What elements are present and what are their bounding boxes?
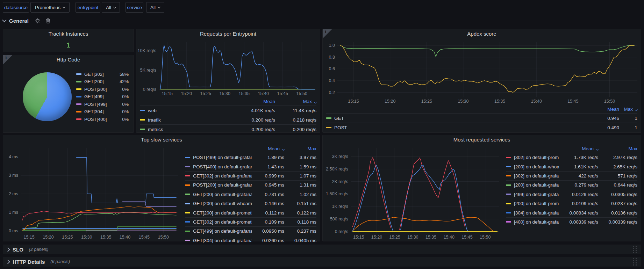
series-label[interactable]: GET[304] on default-grafana	[193, 238, 252, 243]
legend-max-header[interactable]: Max	[275, 99, 316, 104]
legend-row[interactable]: POST[200]0%	[76, 85, 129, 93]
legend-row[interactable]: GET[200]42%	[76, 78, 129, 86]
datasource-label[interactable]: datasource	[3, 2, 29, 13]
series-label[interactable]: POST[499] on default-grafana	[193, 155, 252, 160]
legend-mean-header[interactable]: Mean	[590, 107, 619, 112]
legend-row[interactable]: GET[200] on default-prometheus0.112 ms0.…	[185, 208, 316, 217]
legend-row[interactable]: [200] on default-grafana0.279 req/s0.644…	[506, 180, 637, 189]
panel-title[interactable]: Traefik Instances	[3, 29, 134, 38]
series-label[interactable]: GET[499] on default-grafana	[193, 228, 252, 234]
legend-row[interactable]: [200] on default-whoami1.61K req/s2.65K …	[506, 162, 637, 171]
series-label[interactable]: GET[200] on default-prometheus	[193, 210, 252, 216]
legend-mean-header[interactable]: Mean	[252, 146, 284, 151]
row-slo[interactable]: SLO (2 panels)	[3, 245, 641, 254]
service-label[interactable]: service	[126, 2, 143, 13]
legend-row[interactable]: [304] on default-grafana0.00834 req/s0.0…	[506, 208, 637, 217]
panel-title[interactable]: Apdex score	[323, 29, 641, 38]
series-label[interactable]: GET[302]	[84, 72, 104, 77]
series-label[interactable]: [304] on default-grafana	[514, 210, 559, 216]
legend-row[interactable]: POST[499] on default-grafana1.89 ms3.97 …	[185, 153, 316, 162]
legend-row[interactable]: GET[302] on default-prometheus0.109 ms0.…	[185, 217, 316, 226]
series-label[interactable]: GET[200]	[84, 79, 104, 84]
row-delete-button[interactable]	[46, 18, 50, 23]
row-http-details[interactable]: HTTP Details (6 panels)	[3, 257, 641, 267]
legend-row[interactable]: GET[304]0%	[76, 108, 129, 116]
datasource-select[interactable]: Prometheus	[30, 2, 70, 13]
svg-text:15:25: 15:25	[421, 99, 432, 104]
legend-row[interactable]: GET[302]58%	[76, 70, 129, 78]
legend-mean-header[interactable]: Mean	[230, 99, 275, 104]
series-label[interactable]: GET[499]	[84, 94, 104, 99]
legend-max-header[interactable]: Max	[284, 146, 316, 151]
legend-row[interactable]: GET[302] on default-grafana0.999 ms1.07 …	[185, 171, 316, 180]
legend-row[interactable]: POST[200] on default-grafana0.945 ms1.31…	[185, 180, 316, 189]
series-label[interactable]: POST[200]	[84, 87, 107, 92]
legend-row[interactable]: POST[400] on default-grafana1.43 ms1.59 …	[185, 162, 316, 171]
row-settings-button[interactable]	[35, 18, 40, 23]
legend-row[interactable]: GET[499] on default-grafana0.0950 ms0.23…	[185, 226, 316, 235]
row-general[interactable]: General	[3, 17, 50, 24]
legend-row[interactable]: GET[200] on default-grafana0.731 ms1.02 …	[185, 190, 316, 199]
legend-row[interactable]: GET0.9461	[326, 113, 637, 123]
legend-row[interactable]: [400] on default-grafana0.00339 req/s0.0…	[506, 217, 637, 226]
svg-text:2K req/s: 2K req/s	[332, 179, 348, 184]
legend-row[interactable]: [302] on default-grafana422 req/s571 req…	[506, 171, 637, 180]
series-label[interactable]: traefik	[148, 117, 230, 123]
legend-row[interactable]: POST[499]0%	[76, 100, 129, 108]
legend-row[interactable]: traefik0.200 req/s0.218 req/s	[140, 115, 316, 124]
series-label[interactable]: POST[400] on default-grafana	[193, 164, 252, 169]
legend-row[interactable]: web4.01K req/s11.4K req/s	[140, 106, 316, 115]
series-label[interactable]: [200] on default-whoami	[514, 164, 559, 169]
entrypoint-select[interactable]: All	[102, 2, 120, 13]
legend-row[interactable]: POST[400]0%	[76, 115, 129, 123]
legend-row[interactable]: [499] on default-grafana0.0129 req/s0.03…	[506, 190, 637, 199]
legend-row[interactable]: [200] on default-prometheus0.0109 req/s0…	[506, 199, 637, 208]
series-label[interactable]: [302] on default-prometheus	[514, 155, 559, 160]
row-slo-title[interactable]: SLO	[13, 247, 23, 253]
series-label[interactable]: web	[148, 108, 230, 113]
series-label[interactable]: GET[200] on default-whoami	[193, 201, 252, 206]
panel-title[interactable]: Most requested services	[323, 135, 641, 144]
series-label[interactable]: [200] on default-prometheus	[514, 201, 559, 206]
svg-text:0.4: 0.4	[329, 78, 335, 83]
series-label[interactable]: metrics	[148, 127, 230, 132]
panel-info-corner[interactable]	[323, 29, 332, 38]
legend-mean-header[interactable]: Mean	[559, 146, 598, 151]
series-label[interactable]: GET	[334, 116, 590, 121]
series-label[interactable]: POST[499]	[84, 102, 107, 107]
legend-row[interactable]: metrics0.200 req/s0.200 req/s	[140, 124, 316, 134]
series-marker	[140, 110, 145, 111]
legend-row[interactable]: GET[200] on default-whoami0.146 ms0.151 …	[185, 199, 316, 208]
series-label[interactable]: POST[400]	[84, 117, 107, 122]
panel-info-corner[interactable]	[3, 55, 12, 64]
series-label[interactable]: [200] on default-grafana	[514, 182, 559, 188]
legend-max-header[interactable]: Max	[619, 107, 637, 112]
chevron-down-icon	[113, 5, 116, 8]
panel-title[interactable]: Top slow services	[3, 135, 320, 144]
legend-row[interactable]: GET[304] on default-grafana0.0260 ms0.04…	[185, 236, 316, 245]
series-label[interactable]: GET[302] on default-grafana	[193, 173, 252, 179]
series-label[interactable]: POST	[334, 125, 590, 130]
drag-handle-icon[interactable]	[632, 257, 638, 266]
svg-text:15:20: 15:20	[385, 99, 395, 104]
legend-row[interactable]: [302] on default-prometheus1.73K req/s2.…	[506, 153, 637, 162]
series-label[interactable]: [302] on default-grafana	[514, 173, 559, 179]
series-label[interactable]: [400] on default-grafana	[514, 219, 559, 225]
series-label[interactable]: GET[302] on default-prometheus	[193, 219, 252, 225]
panel-title[interactable]: Requests per Entrypoint	[136, 29, 320, 38]
drag-handle-icon[interactable]	[632, 245, 638, 254]
panel-title[interactable]: Http Code	[3, 55, 134, 64]
series-label[interactable]: GET[304]	[84, 109, 104, 114]
legend-row[interactable]: GET[499]0%	[76, 93, 129, 101]
entrypoint-label[interactable]: entrypoint	[76, 2, 100, 13]
row-general-title[interactable]: General	[9, 18, 29, 24]
series-label[interactable]: [499] on default-grafana	[514, 192, 559, 197]
row-http-details-title[interactable]: HTTP Details	[13, 259, 45, 265]
legend-max-header[interactable]: Max	[598, 146, 637, 151]
svg-text:15:45: 15:45	[461, 235, 472, 240]
series-label[interactable]: POST[200] on default-grafana	[193, 182, 252, 188]
service-select[interactable]: All	[146, 2, 164, 13]
legend-row[interactable]: POST0.4901	[326, 123, 637, 132]
series-label[interactable]: GET[200] on default-grafana	[193, 192, 252, 197]
pie-chart[interactable]	[23, 72, 72, 121]
